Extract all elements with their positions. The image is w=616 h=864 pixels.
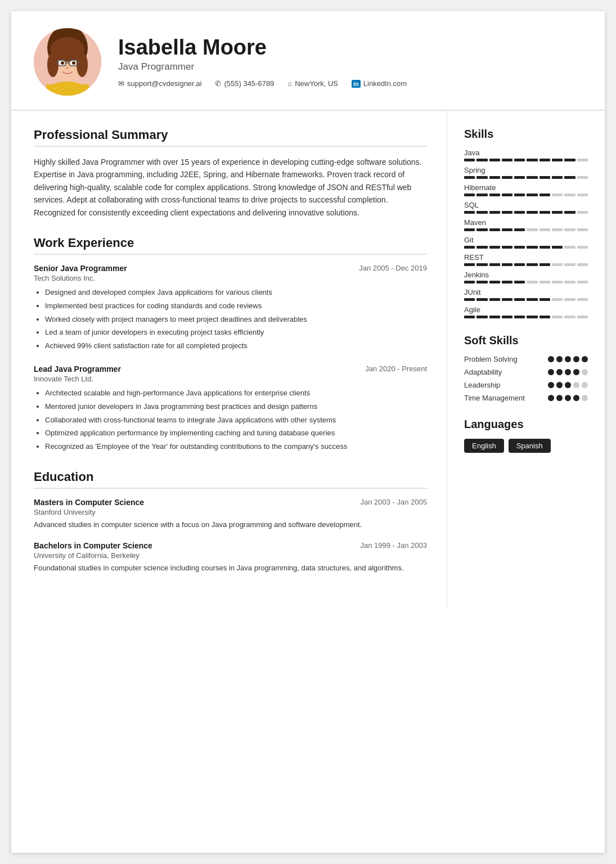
linkedin-text: LinkedIn.com [363, 79, 407, 88]
skill-segment [476, 298, 487, 301]
skill-segment [564, 281, 575, 284]
skills-title: Skills [464, 128, 588, 141]
skill-dots [548, 356, 588, 362]
skill-segment [527, 298, 537, 301]
edu-header: Bachelors in Computer Science Jan 1999 -… [34, 541, 427, 550]
skill-segment [502, 246, 512, 249]
soft-skill-name: Time Management [464, 394, 525, 402]
skill-segment [577, 298, 588, 301]
skill-name: Java [464, 148, 588, 157]
edu-school: University of California, Berkeley [34, 551, 427, 560]
skill-dots [548, 395, 588, 401]
job-header: Senior Java Programmer Jan 2005 - Dec 20… [34, 264, 427, 273]
skill-item: Maven [464, 218, 588, 231]
skill-segment [527, 263, 537, 266]
skill-segment [564, 194, 575, 196]
skill-name: Git [464, 236, 588, 244]
skill-dot [582, 369, 588, 375]
skill-segment [514, 176, 525, 179]
skill-dots [548, 382, 588, 388]
soft-skill-name: Leadership [464, 381, 500, 389]
linkedin-icon: in [352, 80, 361, 88]
skill-segment [577, 211, 588, 214]
skill-dot [582, 382, 588, 388]
skill-dot [556, 356, 563, 362]
email-text: support@cvdesigner.ai [127, 79, 201, 88]
skill-segment [476, 228, 487, 231]
skill-segment [502, 176, 512, 179]
soft-skill-item: Adaptability [464, 368, 588, 376]
skill-dot [556, 382, 563, 388]
skill-segment [539, 263, 550, 266]
skill-segment [577, 228, 588, 231]
skill-segment [464, 281, 475, 284]
skill-name: Spring [464, 166, 588, 174]
bullet-item: Implemented best practices for coding st… [45, 300, 427, 312]
skills-list: JavaSpringHibernateSQLMavenGitRESTJenkin… [464, 148, 588, 318]
body-section: Professional Summary Highly skilled Java… [11, 111, 605, 608]
skill-dot [582, 356, 588, 362]
skill-segment [539, 176, 550, 179]
skill-bar [464, 159, 588, 161]
skill-item: JUnit [464, 288, 588, 301]
skill-segment [489, 246, 500, 249]
job-title: Senior Java Programmer [34, 264, 127, 273]
skill-segment [527, 159, 537, 161]
svg-rect-18 [46, 84, 89, 96]
location-icon: ⌂ [287, 79, 292, 88]
skill-segment [527, 281, 537, 284]
skill-segment [539, 246, 550, 249]
contact-linkedin: in LinkedIn.com [352, 79, 407, 88]
header-title: Java Programmer [118, 61, 582, 73]
skill-segment [476, 159, 487, 161]
header-info: Isabella Moore Java Programmer ✉ support… [118, 36, 582, 88]
job-item: Senior Java Programmer Jan 2005 - Dec 20… [34, 264, 427, 352]
skill-segment [476, 316, 487, 318]
email-icon: ✉ [118, 79, 124, 88]
skill-bar [464, 263, 588, 266]
skill-dot [548, 395, 554, 401]
experience-section: Work Experience Senior Java Programmer J… [34, 236, 427, 453]
skill-dot [548, 356, 554, 362]
skill-segment [564, 298, 575, 301]
skill-segment [564, 263, 575, 266]
skill-segment [552, 159, 563, 161]
bullet-item: Led a team of junior developers in execu… [45, 327, 427, 339]
skill-segment [464, 316, 475, 318]
skill-dot [565, 382, 571, 388]
summary-title: Professional Summary [34, 128, 427, 147]
avatar-container [34, 28, 101, 96]
skills-section: Skills JavaSpringHibernateSQLMavenGitRES… [464, 128, 588, 318]
skill-segment [464, 211, 475, 214]
skill-dot [548, 382, 554, 388]
language-tag-spanish: Spanish [509, 439, 551, 453]
skill-segment [527, 316, 537, 318]
skill-dot [548, 369, 554, 375]
skill-segment [564, 228, 575, 231]
skill-segment [476, 211, 487, 214]
skill-dot [565, 356, 571, 362]
languages-section: Languages English Spanish [464, 418, 588, 453]
skill-segment [489, 194, 500, 196]
skill-segment [552, 228, 563, 231]
resume-container: Isabella Moore Java Programmer ✉ support… [11, 11, 605, 853]
skill-bar [464, 228, 588, 231]
skill-name: REST [464, 253, 588, 262]
skill-segment [539, 194, 550, 196]
edu-degree: Bachelors in Computer Science [34, 541, 152, 550]
skill-dot [556, 369, 563, 375]
svg-point-6 [77, 52, 88, 77]
edu-item: Bachelors in Computer Science Jan 1999 -… [34, 541, 427, 574]
skill-dots [548, 369, 588, 375]
job-header: Lead Java Programmer Jan 2020 - Present [34, 364, 427, 374]
job-dates: Jan 2020 - Present [365, 364, 427, 373]
skill-segment [577, 263, 588, 266]
skill-segment [476, 194, 487, 196]
skill-segment [564, 316, 575, 318]
bullet-item: Optimized application performance by imp… [45, 428, 427, 439]
soft-skills-list: Problem SolvingAdaptabilityLeadershipTim… [464, 355, 588, 402]
edu-item: Masters in Computer Science Jan 2003 - J… [34, 498, 427, 530]
skill-segment [577, 281, 588, 284]
skill-segment [514, 263, 525, 266]
skill-segment [577, 176, 588, 179]
